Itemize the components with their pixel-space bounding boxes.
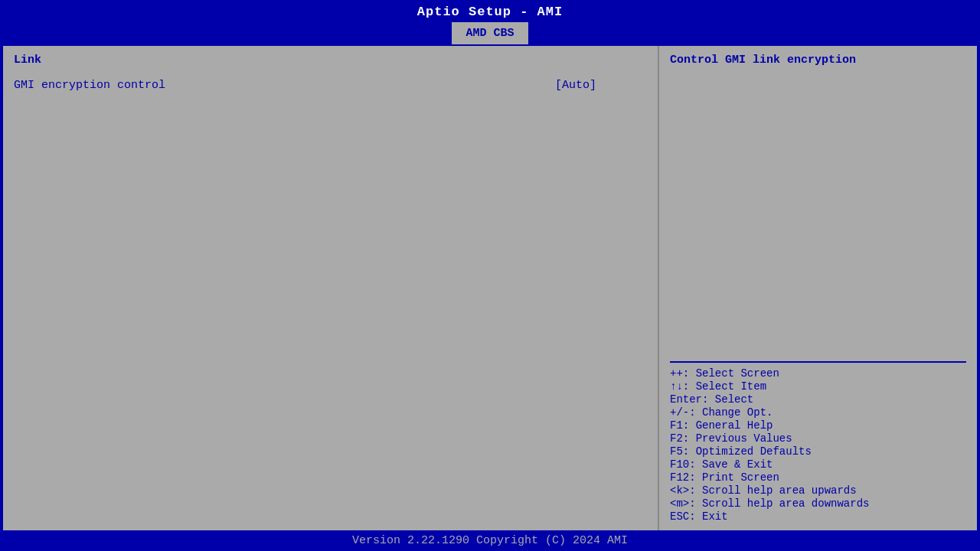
- shortcut-f1: F1: General Help: [670, 419, 966, 432]
- shortcuts-list: ++: Select Screen ↑↓: Select Item Enter:…: [670, 367, 966, 523]
- shortcut-esc: ESC: Exit: [670, 510, 966, 523]
- left-panel-title: Link: [14, 54, 647, 67]
- left-panel: Link GMI encryption control [Auto]: [3, 46, 659, 530]
- title-bar: Aptio Setup - AMI: [0, 0, 980, 19]
- tab-amd-cbs[interactable]: AMD CBS: [452, 22, 528, 44]
- menu-item-value-gmi: [Auto]: [555, 79, 647, 92]
- menu-item-label-gmi: GMI encryption control: [14, 79, 555, 92]
- right-panel: Control GMI link encryption ++: Select S…: [659, 46, 977, 530]
- help-title: Control GMI link encryption: [670, 54, 966, 67]
- menu-item-gmi[interactable]: GMI encryption control [Auto]: [14, 79, 647, 92]
- footer: Version 2.22.1290 Copyright (C) 2024 AMI: [0, 530, 980, 551]
- app-title: Aptio Setup - AMI: [417, 5, 563, 19]
- shortcut-change-opt: +/-: Change Opt.: [670, 406, 966, 419]
- shortcut-f10: F10: Save & Exit: [670, 458, 966, 471]
- footer-text: Version 2.22.1290 Copyright (C) 2024 AMI: [352, 534, 628, 547]
- help-divider: [670, 361, 966, 363]
- shortcut-m: <m>: Scroll help area downwards: [670, 497, 966, 510]
- shortcut-f5: F5: Optimized Defaults: [670, 445, 966, 458]
- shortcut-select-item: ↑↓: Select Item: [670, 380, 966, 393]
- shortcut-select-screen: ++: Select Screen: [670, 367, 966, 380]
- shortcut-f12: F12: Print Screen: [670, 471, 966, 484]
- shortcut-enter: Enter: Select: [670, 393, 966, 406]
- app: Aptio Setup - AMI AMD CBS Link GMI encry…: [0, 0, 980, 551]
- shortcut-f2: F2: Previous Values: [670, 432, 966, 445]
- main-content: Link GMI encryption control [Auto] Contr…: [3, 46, 977, 530]
- shortcut-k: <k>: Scroll help area upwards: [670, 484, 966, 497]
- tab-bar: AMD CBS: [0, 19, 980, 44]
